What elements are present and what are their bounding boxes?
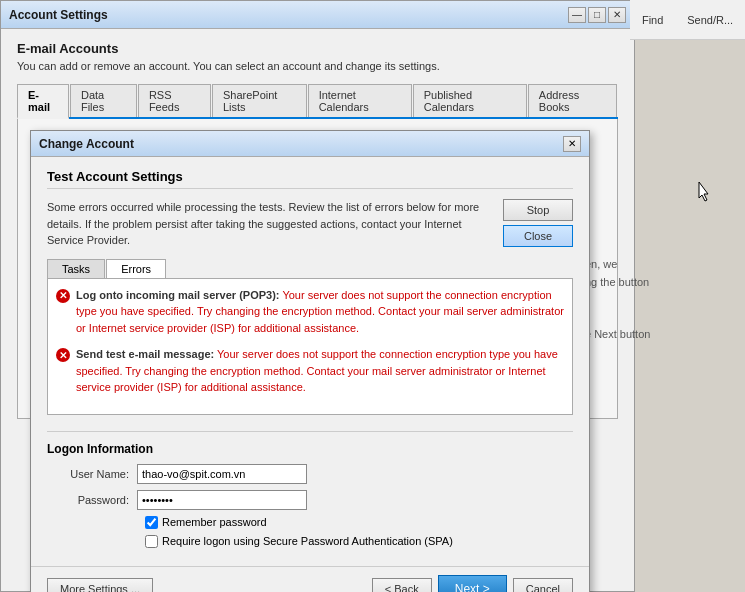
tab-address-books[interactable]: Address Books bbox=[528, 84, 617, 117]
remember-password-checkbox[interactable] bbox=[145, 516, 158, 529]
tab-bar: E-mail Data Files RSS Feeds SharePoint L… bbox=[17, 84, 618, 119]
error-icon-1: ✕ bbox=[56, 289, 70, 303]
tab-internet-calendars[interactable]: Internet Calendars bbox=[308, 84, 412, 117]
error-text-2: Send test e-mail message: Your server do… bbox=[76, 346, 564, 396]
tab-tasks[interactable]: Tasks bbox=[47, 259, 105, 278]
error-item-2: ✕ Send test e-mail message: Your server … bbox=[56, 346, 564, 396]
dialog-close-icon[interactable]: ✕ bbox=[563, 136, 581, 152]
section-desc: You can add or remove an account. You ca… bbox=[17, 60, 618, 72]
remember-password-label: Remember password bbox=[162, 516, 267, 528]
test-settings-row: Some errors occurred while processing th… bbox=[47, 199, 573, 249]
back-button[interactable]: < Back bbox=[372, 578, 432, 593]
cursor-overlay bbox=[691, 180, 715, 204]
close-button[interactable]: ✕ bbox=[608, 7, 626, 23]
tab-published-calendars[interactable]: Published Calendars bbox=[413, 84, 527, 117]
cancel-button[interactable]: Cancel bbox=[513, 578, 573, 593]
window-controls: — □ ✕ bbox=[568, 7, 626, 23]
logon-title: Logon Information bbox=[47, 442, 573, 456]
test-message: Some errors occurred while processing th… bbox=[47, 199, 493, 249]
errors-box: ✕ Log onto incoming mail server (POP3): … bbox=[47, 278, 573, 415]
error-item-1: ✕ Log onto incoming mail server (POP3): … bbox=[56, 287, 564, 337]
tab-data-files[interactable]: Data Files bbox=[70, 84, 137, 117]
maximize-button[interactable]: □ bbox=[588, 7, 606, 23]
section-title: E-mail Accounts bbox=[17, 41, 618, 56]
window-title: Account Settings bbox=[9, 8, 108, 22]
username-row: User Name: bbox=[47, 464, 573, 484]
footer-right: < Back Next > Cancel bbox=[372, 575, 573, 593]
dialog-title: Change Account bbox=[39, 137, 134, 151]
spa-label: Require logon using Secure Password Auth… bbox=[162, 535, 453, 547]
dialog-titlebar: Change Account ✕ bbox=[31, 131, 589, 157]
error-text-1: Log onto incoming mail server (POP3): Yo… bbox=[76, 287, 564, 337]
stop-button[interactable]: Stop bbox=[503, 199, 573, 221]
next-button[interactable]: Next > bbox=[438, 575, 507, 593]
error-icon-2: ✕ bbox=[56, 348, 70, 362]
tab-sharepoint[interactable]: SharePoint Lists bbox=[212, 84, 307, 117]
tab-errors[interactable]: Errors bbox=[106, 259, 166, 278]
username-input[interactable] bbox=[137, 464, 307, 484]
error-prefix-1: Log onto incoming mail server (POP3): bbox=[76, 289, 280, 301]
more-settings-button[interactable]: More Settings ... bbox=[47, 578, 153, 593]
test-buttons: Stop Close bbox=[503, 199, 573, 249]
dialog-footer: More Settings ... < Back Next > Cancel bbox=[31, 566, 589, 593]
password-input[interactable] bbox=[137, 490, 307, 510]
password-row: Password: bbox=[47, 490, 573, 510]
error-prefix-2: Send test e-mail message: bbox=[76, 348, 214, 360]
change-account-dialog: Change Account ✕ Test Account Settings S… bbox=[30, 130, 590, 592]
send-button[interactable]: Send/R... bbox=[687, 14, 733, 26]
remember-password-row: Remember password bbox=[145, 516, 573, 529]
dialog-content: Test Account Settings Some errors occurr… bbox=[31, 157, 589, 566]
ribbon-area: Find Send/R... bbox=[630, 0, 745, 40]
username-label: User Name: bbox=[47, 468, 137, 480]
logon-section: Logon Information User Name: Password: R… bbox=[47, 431, 573, 548]
footer-left: More Settings ... bbox=[47, 578, 153, 593]
tab-email[interactable]: E-mail bbox=[17, 84, 69, 119]
password-label: Password: bbox=[47, 494, 137, 506]
spa-row: Require logon using Secure Password Auth… bbox=[145, 535, 573, 548]
minimize-button[interactable]: — bbox=[568, 7, 586, 23]
close-settings-button[interactable]: Close bbox=[503, 225, 573, 247]
find-button[interactable]: Find bbox=[642, 14, 663, 26]
window-titlebar: Account Settings — □ ✕ bbox=[1, 1, 634, 29]
inner-tab-bar: Tasks Errors bbox=[47, 259, 573, 278]
tab-rss-feeds[interactable]: RSS Feeds bbox=[138, 84, 211, 117]
spa-checkbox[interactable] bbox=[145, 535, 158, 548]
dialog-section-title: Test Account Settings bbox=[47, 169, 573, 189]
